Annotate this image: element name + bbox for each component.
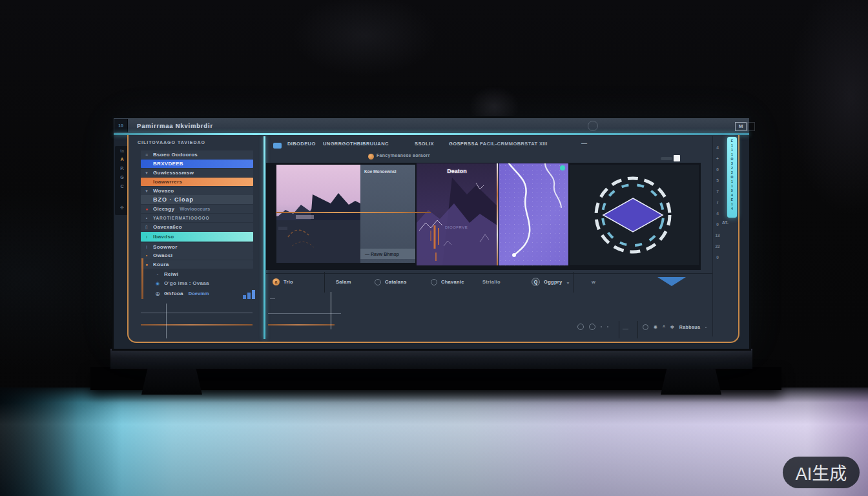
status-circle-icon[interactable] [577, 324, 584, 330]
sidebar-subitem[interactable]: ⊕ Ghfooa Doevmm [152, 289, 253, 298]
app-frame: CILITOVAAGO TAVIEDAO ≡ Bsoeo Oodooros BR… [127, 135, 739, 343]
status-circle-icon[interactable] [589, 324, 595, 330]
mountain-art [276, 165, 360, 263]
orange-circle-icon: a [273, 278, 280, 285]
window-mode-icon[interactable]: M [735, 122, 747, 131]
dash-icon[interactable] [623, 329, 628, 329]
info-icon: i [143, 244, 150, 251]
sidebar-item[interactable]: ● Gieesgy Woviooceurs [141, 205, 253, 213]
sidebar-item-selected-blue[interactable]: BRXVDEEB [141, 160, 253, 168]
toolbar-item-strialio[interactable]: Strialio [482, 278, 501, 286]
ruler-value: 0 [713, 255, 722, 260]
thumbnail-strip: Koe Monoewnsl — Ravw Bhmsp [266, 163, 701, 270]
sidebar-orange-marker [141, 258, 143, 299]
title-bar: 10 Pamirrmaa Nkvimbrdir M [114, 118, 749, 134]
status-divider [619, 321, 619, 338]
playhead-line[interactable] [276, 212, 431, 213]
paw-icon[interactable]: ❋ [654, 325, 657, 330]
chart-title: Deaton [417, 168, 497, 174]
titlebar-circle-icon[interactable] [588, 121, 598, 131]
caret-icon: ▾ [143, 188, 150, 194]
status-label: Rabbaua [679, 325, 700, 329]
thumbnail-curve[interactable] [499, 163, 568, 265]
thumbnail-landscape[interactable] [276, 165, 360, 263]
diamond-ring-art [570, 165, 699, 265]
card-bottom-bar[interactable]: — Ravw Bhmsp [360, 249, 415, 259]
sidebar-divider-orange [141, 324, 253, 326]
bar-chart-icon[interactable] [243, 290, 256, 299]
circle-icon [375, 279, 381, 285]
scrollbar-text: E111O322O1154E14 [730, 139, 734, 218]
scrollbar-thumb[interactable]: E111O322O1154E14 [727, 137, 737, 218]
panel-divider[interactable] [264, 136, 265, 339]
tab-2[interactable]: UNGRRGOTHBIBRUUANC [323, 141, 389, 147]
checkbox[interactable] [674, 155, 680, 161]
mini-slider[interactable] [661, 157, 672, 160]
toolbar-divider [324, 272, 325, 293]
monitor-foot-right [661, 369, 721, 395]
sidebar-subitem[interactable]: ◉ O'go ima : Ovaaa [152, 279, 253, 287]
monitor-bezel [110, 349, 752, 369]
ruler-value: 4 [713, 145, 722, 150]
thumbnail-diamond-target[interactable] [570, 165, 699, 265]
document-icon: ▯ [143, 224, 150, 231]
status-circle-icon[interactable] [643, 324, 648, 330]
list-icon: ≡ [143, 152, 150, 158]
chevron-down-icon: ⌄ [566, 280, 570, 285]
toolbar-item-more[interactable]: w [592, 278, 595, 286]
sidebar-item-selected-cyan[interactable]: ı Ibavdso [141, 232, 253, 242]
view-mode-icon[interactable] [273, 143, 282, 149]
tab-4[interactable]: GOSPRSSA [449, 141, 479, 147]
status-divider [637, 321, 638, 338]
star-badge-icon[interactable]: ✻ [670, 325, 674, 330]
orange-square-icon: ▪ [143, 253, 150, 259]
sidebar-item[interactable]: • YAROTIERMATIOOGOO [141, 214, 253, 222]
ruler-value: 13 [713, 233, 722, 238]
sidebar-item[interactable]: ▾ Guwiessssmsw [141, 169, 253, 177]
toolbar-item-salam[interactable]: Salam [336, 278, 351, 286]
down-triangle-icon[interactable] [657, 277, 686, 286]
ruler-value: 22 [713, 244, 722, 249]
ruler-value: r [713, 200, 722, 205]
globe-icon: ⊕ [154, 291, 161, 297]
toolbar-item-oggpry[interactable]: Q Oggpry ⌄ [532, 278, 570, 286]
thumbnail-purple-chart[interactable]: Deaton DIOOFRVE [417, 163, 497, 265]
window-ghost-icon[interactable] [747, 122, 755, 131]
status-icon-group-right: ❋ ^ ✻ Rabbaua [643, 324, 707, 330]
tab-5[interactable]: FACIL-CRMMOBRSTAT XIII [480, 141, 548, 147]
panel-split-line [497, 163, 498, 265]
orange-badge-icon[interactable] [368, 154, 374, 160]
sidebar-item[interactable]: ▪ Owaosi [141, 251, 253, 260]
circle-icon [431, 279, 437, 285]
tab-1[interactable]: DIBODEUO [287, 141, 316, 147]
guide-line-orange [268, 324, 335, 326]
ruler-value: 0 [713, 167, 722, 172]
sidebar-item-group[interactable]: BZO · Cioap [141, 195, 253, 204]
dot-icon [705, 327, 707, 328]
sidebar-item[interactable]: ● Koura [141, 260, 253, 269]
monitor-screen: 10 Pamirrmaa Nkvimbrdir M ta A P. G C ✣ … [114, 118, 749, 349]
toolbar-item-catalans[interactable]: Catalans [375, 278, 407, 286]
minimize-dash-icon[interactable]: — [581, 140, 587, 147]
toolbar-item-trio[interactable]: a Trio [273, 278, 293, 286]
sidebar-item[interactable]: ≡ Bsoeo Oodooros [141, 150, 253, 159]
sidebar-subitem[interactable]: ▫ Reiwi [152, 270, 253, 278]
thumbnail-info-card[interactable]: Koe Monoewnsl — Ravw Bhmsp [360, 165, 415, 263]
sidebar-divider-gray [141, 313, 253, 313]
tab-3[interactable]: SSOLIX [415, 141, 434, 147]
sidebar-item[interactable]: ▾ Wovaeo [141, 187, 253, 195]
sidebar-item-selected-orange[interactable]: Ioawwrrers [141, 178, 253, 186]
sidebar-item[interactable]: ▯ Oavexa6eo [141, 223, 253, 231]
sidebar-item[interactable]: i Soowwor [141, 243, 253, 251]
card-top-label: Koe Monoewnsl [364, 169, 396, 174]
toolbar-divider [573, 272, 574, 293]
dot-icon: • [143, 215, 150, 222]
ruler-value: 7 [713, 189, 722, 194]
caret-up-icon[interactable]: ^ [663, 325, 665, 329]
tick-mark [270, 298, 275, 299]
filter-label: Fancymeanese aoraorr [377, 153, 430, 158]
blank-icon: ı [143, 234, 150, 240]
caret-icon: ▾ [143, 170, 150, 176]
app-icon[interactable]: 10 [114, 119, 128, 132]
toolbar-item-chavanie[interactable]: Chavanie [431, 278, 464, 286]
